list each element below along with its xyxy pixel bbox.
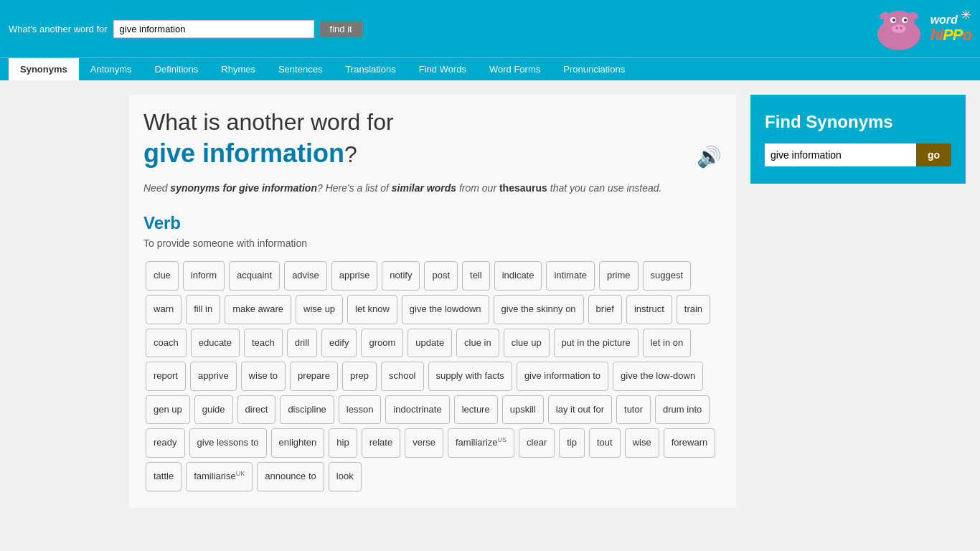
word-chip[interactable]: prime [599, 261, 639, 291]
tab-sentences[interactable]: Sentences [267, 58, 334, 80]
word-chip[interactable]: report [146, 362, 186, 391]
find-synonyms-button[interactable]: go [916, 143, 951, 166]
svg-point-5 [904, 19, 907, 22]
word-chip[interactable]: guide [194, 395, 233, 425]
word-chip[interactable]: acquaint [229, 261, 280, 291]
tab-rhymes[interactable]: Rhymes [209, 58, 267, 80]
star-icon[interactable]: ✳ [961, 7, 971, 23]
word-chip[interactable]: put in the picture [554, 329, 639, 358]
svg-point-7 [895, 27, 897, 29]
word-chip[interactable]: wise up [296, 295, 343, 324]
speaker-button[interactable]: 🔊 [697, 145, 722, 169]
word-chip[interactable]: apprise [331, 261, 378, 291]
word-chip[interactable]: advise [284, 261, 327, 291]
word-chip[interactable]: brief [588, 295, 622, 324]
word-chip[interactable]: discipline [280, 395, 334, 425]
word-chip[interactable]: inform [183, 261, 225, 291]
word-chip[interactable]: lesson [339, 395, 382, 425]
word-chip[interactable]: ready [146, 428, 185, 458]
word-chip[interactable]: supply with facts [428, 362, 512, 391]
word-chip[interactable]: look [329, 462, 362, 491]
tab-pronunciations[interactable]: Pronunciations [552, 58, 636, 80]
word-chip[interactable]: verse [405, 428, 443, 458]
word-chip[interactable]: coach [146, 329, 187, 358]
word-chip[interactable]: let in on [643, 329, 692, 358]
hippo-icon [870, 6, 928, 52]
word-chip[interactable]: make aware [225, 295, 291, 324]
search-phrase: give information [143, 138, 344, 168]
word-chip[interactable]: relate [362, 428, 401, 458]
word-chip[interactable]: teach [244, 329, 283, 358]
word-chip[interactable]: wise to [241, 362, 286, 391]
tab-synonyms[interactable]: Synonyms [9, 58, 79, 80]
word-chip[interactable]: train [677, 295, 710, 324]
word-chip[interactable]: clue in [456, 329, 499, 358]
word-chip[interactable]: indicate [494, 261, 542, 291]
word-chip[interactable]: give lessons to [189, 428, 267, 458]
word-chip[interactable]: educate [191, 329, 240, 358]
word-chip[interactable]: wise [625, 428, 659, 458]
word-chip[interactable]: lecture [454, 395, 498, 425]
svg-point-6 [892, 24, 906, 33]
verb-section: Verb To provide someone with information… [143, 213, 722, 493]
word-chip[interactable]: fill in [186, 295, 220, 324]
word-chip[interactable]: edify [321, 329, 357, 358]
word-chip[interactable]: groom [361, 329, 403, 358]
tab-antonyms[interactable]: Antonyms [79, 58, 143, 80]
word-chip[interactable]: clear [519, 428, 555, 458]
search-input[interactable] [113, 20, 314, 38]
title-text: What is another word for give informatio… [143, 109, 697, 169]
word-chip[interactable]: drum into [655, 395, 710, 425]
word-chip[interactable]: tout [589, 428, 621, 458]
word-chip[interactable]: direct [237, 395, 276, 425]
word-chip[interactable]: clue up [504, 329, 550, 358]
word-chip[interactable]: tutor [616, 395, 651, 425]
top-bar: What's another word for find it [0, 0, 980, 57]
verb-title: Verb [143, 213, 722, 233]
tab-definitions[interactable]: Definitions [143, 58, 210, 80]
word-chip[interactable]: give the low-down [613, 362, 703, 391]
word-chip[interactable]: drill [287, 329, 317, 358]
word-chip[interactable]: announce to [257, 462, 324, 491]
word-chip[interactable]: school [381, 362, 424, 391]
word-chip[interactable]: instruct [626, 295, 672, 324]
word-chip[interactable]: notify [382, 261, 420, 291]
word-chip[interactable]: prepare [290, 362, 338, 391]
tab-translations[interactable]: Translations [334, 58, 407, 80]
word-chip[interactable]: give the skinny on [494, 295, 584, 324]
svg-point-8 [900, 27, 902, 29]
word-chip[interactable]: forewarn [664, 428, 716, 458]
find-synonyms-input[interactable] [765, 143, 916, 166]
word-chip[interactable]: prep [342, 362, 377, 391]
title-row: What is another word for give informatio… [143, 109, 722, 169]
word-chip[interactable]: indoctrinate [385, 395, 449, 425]
word-chip[interactable]: let know [347, 295, 397, 324]
word-chip[interactable]: warn [146, 295, 182, 324]
word-chip[interactable]: tattle [146, 462, 182, 491]
word-chip[interactable]: give information to [517, 362, 608, 391]
tab-word-forms[interactable]: Word Forms [478, 58, 552, 80]
find-it-button[interactable]: find it [320, 21, 362, 37]
main-content: What is another word for give informatio… [0, 80, 980, 522]
description: Need synonyms for give information? Here… [143, 180, 722, 196]
find-synonyms-title: Find Synonyms [765, 112, 951, 132]
word-chip[interactable]: give the lowdown [402, 295, 489, 324]
word-chip[interactable]: familiariseUK [186, 462, 253, 491]
word-chip[interactable]: familiarizeUS [448, 428, 514, 458]
word-chip[interactable]: hip [329, 428, 357, 458]
word-chip[interactable]: intimate [546, 261, 595, 291]
word-chip[interactable]: upskill [502, 395, 544, 425]
word-chip[interactable]: post [424, 261, 458, 291]
word-chip[interactable]: gen up [146, 395, 190, 425]
word-chip[interactable]: tip [559, 428, 585, 458]
word-chip[interactable]: enlighten [271, 428, 325, 458]
svg-point-4 [892, 19, 895, 22]
desc-bold2: similar words [392, 182, 456, 194]
word-chip[interactable]: suggest [643, 261, 692, 291]
word-chip[interactable]: update [407, 329, 452, 358]
word-chip[interactable]: lay it out for [548, 395, 612, 425]
tab-find-words[interactable]: Find Words [407, 58, 478, 80]
word-chip[interactable]: apprive [190, 362, 237, 391]
word-chip[interactable]: tell [462, 261, 490, 291]
word-chip[interactable]: clue [146, 261, 179, 291]
